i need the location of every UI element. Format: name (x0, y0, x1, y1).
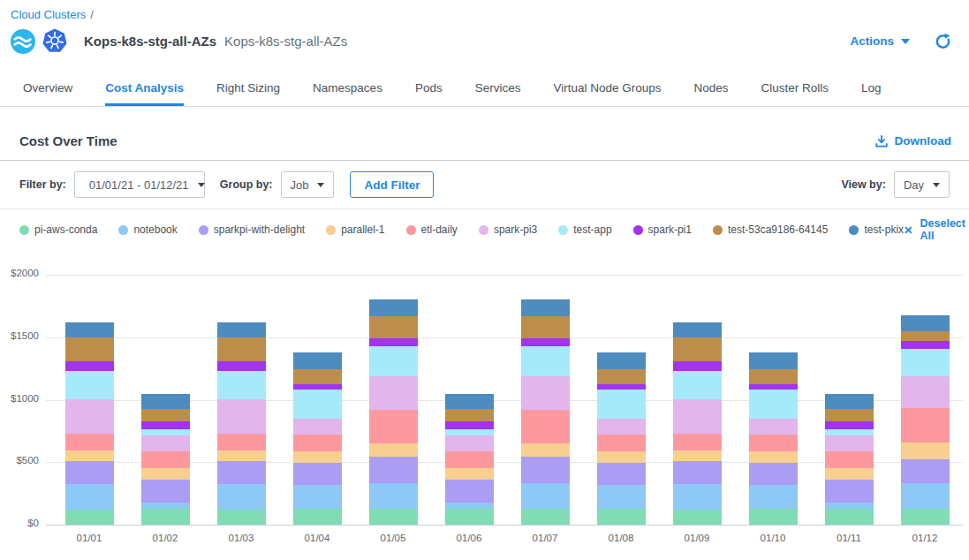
legend-item-notebook[interactable]: notebook (118, 223, 177, 236)
legend-item-sparkpi-with-delight[interactable]: sparkpi-with-delight (199, 223, 305, 236)
bar-segment-spark-pi3[interactable] (901, 376, 950, 409)
bar-segment-test-app[interactable] (65, 371, 114, 399)
bar-segment-test-53ca9186-64145[interactable] (521, 316, 570, 338)
bar-segment-parallel-1[interactable] (293, 451, 342, 463)
bar-segment-notebook[interactable] (673, 484, 722, 510)
bar-segment-notebook[interactable] (521, 483, 570, 510)
bar-segment-pi-aws-conda[interactable] (521, 509, 570, 525)
bar-segment-etl-daily[interactable] (65, 434, 114, 450)
breadcrumb-link-cloud-clusters[interactable]: Cloud Clusters (11, 8, 86, 21)
bar-segment-etl-daily[interactable] (825, 451, 874, 467)
legend-item-etl-daily[interactable]: etl-daily (406, 223, 458, 236)
bar-segment-pi-aws-conda[interactable] (369, 509, 418, 525)
bar-segment-spark-pi1[interactable] (521, 338, 570, 346)
tab-nodes[interactable]: Nodes (694, 81, 729, 106)
bar-segment-sparkpi-with-delight[interactable] (597, 463, 646, 485)
bar-segment-parallel-1[interactable] (597, 451, 646, 463)
bar-segment-parallel-1[interactable] (65, 450, 114, 461)
legend-item-parallel-1[interactable]: parallel-1 (326, 223, 384, 236)
bar-segment-spark-pi1[interactable] (673, 361, 722, 371)
tab-virtual-node-groups[interactable]: Virtual Node Groups (553, 81, 661, 106)
bar-segment-test-app[interactable] (369, 346, 418, 377)
bar-segment-sparkpi-with-delight[interactable] (217, 461, 266, 484)
bar-segment-pi-aws-conda[interactable] (901, 509, 950, 525)
group-by-dropdown[interactable]: Job (281, 171, 335, 198)
bar-segment-pi-aws-conda[interactable] (825, 509, 874, 525)
bar-segment-parallel-1[interactable] (141, 468, 190, 480)
bar-segment-pi-aws-conda[interactable] (445, 509, 494, 525)
tab-overview[interactable]: Overview (23, 81, 72, 106)
bar-segment-test-app[interactable] (597, 390, 646, 419)
bar-segment-test-53ca9186-64145[interactable] (369, 316, 418, 338)
bar-segment-test-53ca9186-64145[interactable] (749, 369, 798, 384)
bar-segment-sparkpi-with-delight[interactable] (521, 457, 570, 483)
bar-segment-notebook[interactable] (597, 485, 646, 510)
bar-segment-test-app[interactable] (217, 371, 266, 399)
legend-item-test-53ca9186-64145[interactable]: test-53ca9186-64145 (713, 223, 828, 236)
tab-pods[interactable]: Pods (415, 81, 443, 106)
bar-segment-notebook[interactable] (141, 503, 190, 509)
actions-button[interactable]: Actions (850, 34, 910, 48)
legend-item-spark-pi3[interactable]: spark-pi3 (479, 223, 537, 236)
bar-segment-test-53ca9186-64145[interactable] (673, 337, 722, 361)
bar-segment-test-pkix[interactable] (293, 352, 342, 368)
bar-segment-spark-pi1[interactable] (369, 338, 418, 346)
bar-segment-spark-pi3[interactable] (521, 376, 570, 410)
bar-segment-test-app[interactable] (749, 390, 798, 419)
bar-segment-pi-aws-conda[interactable] (141, 509, 190, 525)
bar-segment-etl-daily[interactable] (445, 451, 494, 467)
bar-segment-test-53ca9186-64145[interactable] (65, 337, 114, 361)
bar-segment-test-pkix[interactable] (445, 394, 494, 410)
download-button[interactable]: Download (874, 134, 952, 148)
deselect-all-button[interactable]: ✕ Deselect All (904, 217, 965, 242)
bar-segment-test-pkix[interactable] (825, 394, 874, 410)
bar-segment-parallel-1[interactable] (445, 468, 494, 480)
date-range-dropdown[interactable]: 01/01/21 - 01/12/21 (74, 171, 205, 198)
tab-cluster-rolls[interactable]: Cluster Rolls (761, 81, 829, 106)
bar-segment-spark-pi3[interactable] (293, 419, 342, 435)
bar-segment-spark-pi1[interactable] (141, 421, 190, 430)
bar-segment-spark-pi3[interactable] (217, 399, 266, 434)
bar-segment-etl-daily[interactable] (901, 408, 950, 442)
bar-segment-sparkpi-with-delight[interactable] (825, 480, 874, 503)
bar-segment-test-53ca9186-64145[interactable] (597, 369, 646, 384)
refresh-icon[interactable] (935, 33, 951, 49)
bar-segment-test-53ca9186-64145[interactable] (141, 409, 190, 420)
tab-log[interactable]: Log (861, 81, 882, 106)
legend-item-spark-pi1[interactable]: spark-pi1 (633, 223, 692, 236)
bar-segment-spark-pi1[interactable] (901, 341, 950, 349)
bar-segment-parallel-1[interactable] (749, 451, 798, 463)
bar-segment-spark-pi1[interactable] (65, 361, 114, 371)
bar-segment-pi-aws-conda[interactable] (65, 510, 114, 525)
bar-segment-etl-daily[interactable] (673, 434, 722, 450)
bar-segment-test-pkix[interactable] (749, 352, 798, 368)
bar-segment-parallel-1[interactable] (673, 450, 722, 461)
bar-segment-notebook[interactable] (65, 484, 114, 510)
bar-segment-notebook[interactable] (825, 503, 874, 509)
bar-segment-sparkpi-with-delight[interactable] (369, 457, 418, 483)
bar-segment-spark-pi3[interactable] (749, 419, 798, 435)
bar-segment-parallel-1[interactable] (825, 468, 874, 480)
bar-segment-etl-daily[interactable] (141, 451, 190, 467)
bar-segment-spark-pi3[interactable] (673, 399, 722, 434)
bar-segment-test-53ca9186-64145[interactable] (217, 337, 266, 361)
legend-item-pi-aws-conda[interactable]: pi-aws-conda (19, 223, 97, 236)
bar-segment-spark-pi3[interactable] (141, 435, 190, 451)
bar-segment-test-pkix[interactable] (217, 322, 266, 337)
legend-item-test-app[interactable]: test-app (558, 223, 611, 236)
bar-segment-spark-pi3[interactable] (65, 399, 114, 434)
bar-segment-notebook[interactable] (749, 485, 798, 510)
bar-segment-parallel-1[interactable] (901, 443, 950, 459)
bar-segment-sparkpi-with-delight[interactable] (445, 480, 494, 503)
bar-segment-etl-daily[interactable] (521, 410, 570, 443)
bar-segment-test-app[interactable] (521, 346, 570, 377)
bar-segment-pi-aws-conda[interactable] (673, 510, 722, 525)
legend-item-test-pkix[interactable]: test-pkix (849, 223, 904, 236)
bar-segment-test-pkix[interactable] (673, 322, 722, 337)
bar-segment-spark-pi1[interactable] (445, 421, 494, 430)
bar-segment-notebook[interactable] (293, 485, 342, 510)
bar-segment-test-app[interactable] (673, 371, 722, 399)
bar-segment-pi-aws-conda[interactable] (293, 509, 342, 525)
bar-segment-parallel-1[interactable] (521, 443, 570, 457)
bar-segment-parallel-1[interactable] (369, 443, 418, 457)
